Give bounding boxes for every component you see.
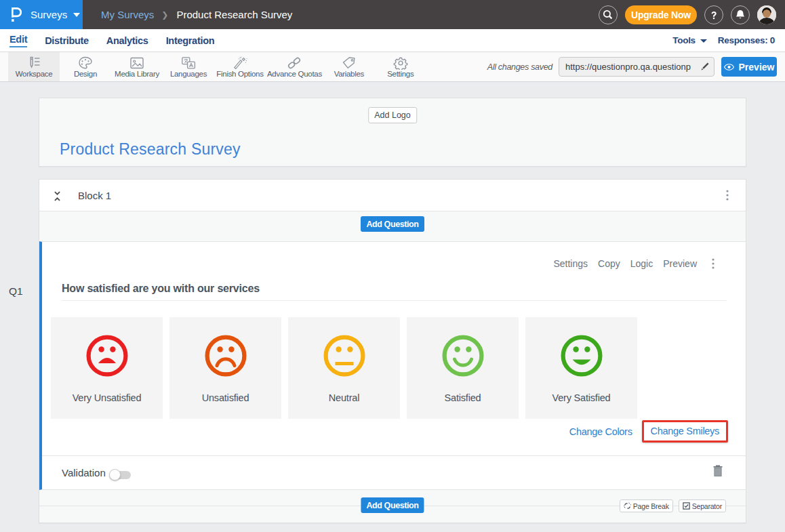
tab-integration[interactable]: Integration [166, 35, 215, 46]
breadcrumb-my-surveys[interactable]: My Surveys [101, 9, 154, 20]
gear-icon [392, 56, 409, 70]
image-icon [129, 56, 145, 70]
question-settings-link[interactable]: Settings [553, 258, 588, 269]
smiley-label: Very Satisfied [552, 392, 611, 403]
block-menu-dots-icon[interactable] [726, 190, 729, 201]
add-question-row-top: Add Question [39, 211, 746, 241]
separator-button[interactable]: Separator [679, 499, 726, 512]
smiley-label: Neutral [329, 392, 359, 403]
questionpro-logo-icon [12, 7, 22, 22]
upgrade-now-button[interactable]: Upgrade Now [625, 5, 697, 24]
toolbar-item-settings[interactable]: Settings [375, 52, 426, 81]
product-switcher[interactable]: Surveys [0, 0, 83, 29]
collapse-block-icon[interactable] [54, 191, 60, 201]
toolbar-item-workspace[interactable]: Workspace [8, 52, 60, 81]
toolbar-item-advance-quotas[interactable]: Advance Quotas [266, 52, 323, 81]
smiley-option-very-unsatisfied[interactable]: Very Unsatisfied [51, 317, 163, 419]
chevron-down-icon [73, 13, 80, 17]
top-navbar: Surveys My Surveys ❯ Product Research Su… [0, 0, 785, 29]
validation-toggle[interactable] [110, 471, 131, 479]
edit-url-pencil-icon[interactable] [700, 62, 709, 72]
block-footer: Add Question Page Break Separator [39, 490, 746, 523]
search-button[interactable] [599, 5, 618, 24]
palette-icon [77, 56, 94, 70]
tag-icon [341, 56, 357, 70]
avatar-image [757, 5, 776, 24]
preview-button[interactable]: Preview [721, 57, 777, 77]
toolbar-item-label: Variables [334, 70, 364, 78]
responses-link[interactable]: Responses: 0 [718, 35, 775, 45]
block-title: Block 1 [78, 190, 111, 201]
toolbar-item-label: Media Library [115, 70, 159, 78]
smiley-face-icon [561, 335, 603, 377]
tab-distribute[interactable]: Distribute [45, 35, 89, 46]
product-menu-label: Surveys [31, 9, 67, 20]
editor-canvas: Add Logo Product Research Survey Block 1… [0, 82, 785, 523]
notifications-button[interactable] [731, 5, 750, 24]
smiley-label: Satisfied [445, 392, 481, 403]
toolbar-item-media-library[interactable]: Media Library [111, 52, 163, 81]
add-question-button-bottom[interactable]: Add Question [361, 497, 424, 513]
tools-menu[interactable]: Tools [672, 35, 707, 45]
smiley-option-very-satisfied[interactable]: Very Satisfied [525, 317, 637, 419]
toolbar-item-variables[interactable]: Variables [323, 52, 375, 81]
block-card: Block 1 Add Question Settings Copy Logic… [39, 179, 746, 523]
question-menu-dots-icon[interactable] [712, 258, 714, 269]
toolbar-item-label: Languages [170, 70, 207, 78]
smiley-options-row: Very UnsatisfiedUnsatisfiedNeutralSatisf… [51, 317, 746, 419]
toolbar-item-design[interactable]: Design [60, 52, 111, 81]
survey-title[interactable]: Product Research Survey [60, 140, 241, 159]
toolbar-item-languages[interactable]: Languages [163, 52, 214, 81]
toolbar-item-label: Advance Quotas [267, 70, 322, 78]
smiley-face-icon [323, 335, 365, 377]
delete-question-trash-icon[interactable] [713, 465, 723, 476]
toolbar-item-label: Workspace [16, 70, 53, 78]
separator-label: Separator [692, 502, 722, 510]
bell-icon [736, 9, 745, 20]
smiley-option-neutral[interactable]: Neutral [288, 317, 400, 419]
smiley-customize-links: Change Colors Change Smileys [42, 419, 746, 443]
smiley-label: Very Unsatisfied [73, 392, 142, 403]
toggle-knob [109, 469, 121, 480]
breadcrumb-chevron-icon: ❯ [161, 10, 168, 20]
change-smileys-link[interactable]: Change Smileys [651, 426, 719, 436]
survey-url-box[interactable] [559, 57, 714, 77]
smiley-face-icon [442, 335, 484, 377]
question-preview-link[interactable]: Preview [663, 258, 697, 269]
page-break-label: Page Break [633, 502, 669, 510]
tab-analytics[interactable]: Analytics [106, 35, 148, 46]
change-colors-link[interactable]: Change Colors [563, 423, 639, 441]
user-avatar[interactable] [757, 5, 776, 24]
change-smileys-highlight-box: Change Smileys [642, 420, 728, 443]
help-button[interactable] [704, 5, 723, 24]
survey-url-input[interactable] [565, 62, 700, 72]
add-question-button-top[interactable]: Add Question [361, 216, 424, 232]
question-logic-link[interactable]: Logic [630, 258, 653, 269]
block-header: Block 1 [39, 180, 746, 211]
breadcrumb-current: Product Research Survey [176, 9, 292, 20]
smiley-option-unsatisfied[interactable]: Unsatisfied [169, 317, 281, 419]
caret-down-icon [700, 39, 707, 43]
smiley-option-satisfied[interactable]: Satisfied [407, 317, 519, 419]
search-icon [603, 9, 613, 20]
smiley-face-icon [86, 335, 128, 377]
validation-row: Validation [42, 455, 746, 489]
question-mark-icon [708, 9, 719, 20]
page-break-button[interactable]: Page Break [620, 499, 673, 512]
wand-icon [232, 56, 248, 70]
tab-edit[interactable]: Edit [9, 34, 27, 47]
tools-label: Tools [672, 35, 696, 45]
question-copy-link[interactable]: Copy [598, 258, 620, 269]
toolbar-item-label: Settings [387, 70, 414, 78]
separator-icon [683, 502, 690, 510]
breadcrumb: My Surveys ❯ Product Research Survey [101, 0, 292, 29]
toolbar-item-finish-options[interactable]: Finish Options [214, 52, 266, 81]
question-text[interactable]: How satisfied are you with our services [62, 283, 260, 294]
survey-header-card: Add Logo Product Research Survey [39, 98, 746, 167]
question-card: Settings Copy Logic Preview How satisfie… [39, 241, 746, 490]
toolbar-item-label: Finish Options [216, 70, 263, 78]
workspace-icon [26, 56, 42, 70]
translate-icon [180, 56, 197, 70]
preview-label: Preview [739, 62, 775, 73]
add-logo-button[interactable]: Add Logo [368, 107, 417, 123]
